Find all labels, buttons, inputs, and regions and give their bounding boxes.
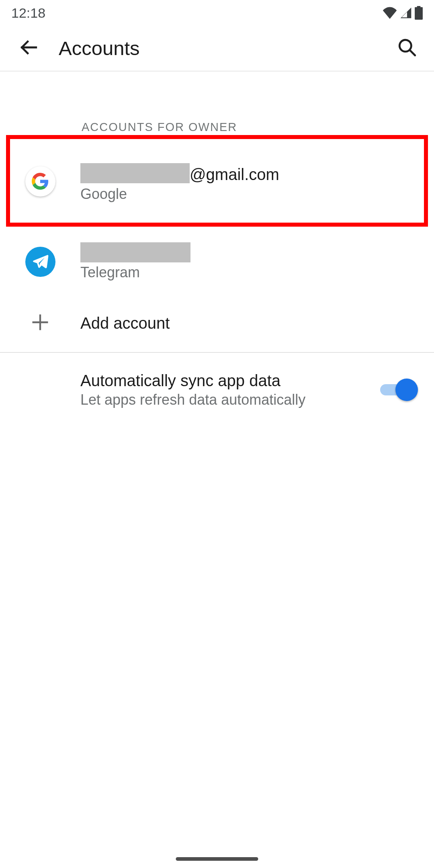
nav-handle[interactable] (176, 857, 258, 861)
auto-sync-subtitle: Let apps refresh data automatically (80, 391, 380, 408)
app-bar: Accounts (0, 26, 434, 72)
account-google-email: @gmail.com (80, 160, 279, 184)
account-google-provider: Google (80, 186, 279, 203)
svg-line-1 (410, 50, 415, 55)
cell-signal-icon (399, 6, 412, 19)
auto-sync-title: Automatically sync app data (80, 372, 380, 390)
search-button[interactable] (393, 34, 421, 62)
add-account-label: Add account (80, 313, 170, 333)
battery-icon (415, 6, 423, 20)
plus-icon (30, 312, 51, 334)
account-item-google[interactable]: @gmail.com Google (0, 147, 434, 215)
status-bar: 12:18 (0, 0, 434, 26)
divider (0, 352, 434, 353)
auto-sync-setting[interactable]: Automatically sync app data Let apps ref… (0, 362, 434, 418)
search-icon (397, 37, 417, 59)
add-account-button[interactable]: Add account (0, 295, 434, 351)
status-icons (383, 6, 423, 20)
google-icon (25, 166, 55, 197)
wifi-icon (383, 7, 397, 19)
switch-thumb (395, 379, 418, 401)
redaction-block (80, 242, 190, 262)
account-telegram-name (80, 242, 190, 262)
back-button[interactable] (14, 34, 43, 62)
account-telegram-provider: Telegram (80, 264, 190, 281)
status-time: 12:18 (11, 5, 45, 21)
section-header: ACCOUNTS FOR OWNER (82, 121, 237, 134)
redaction-block (80, 163, 190, 183)
auto-sync-toggle[interactable] (380, 378, 418, 402)
account-item-telegram[interactable]: Telegram (0, 227, 434, 296)
arrow-left-icon (18, 37, 39, 59)
account-google-email-suffix: @gmail.com (190, 165, 279, 184)
page-title: Accounts (59, 37, 393, 59)
telegram-icon (25, 247, 55, 277)
